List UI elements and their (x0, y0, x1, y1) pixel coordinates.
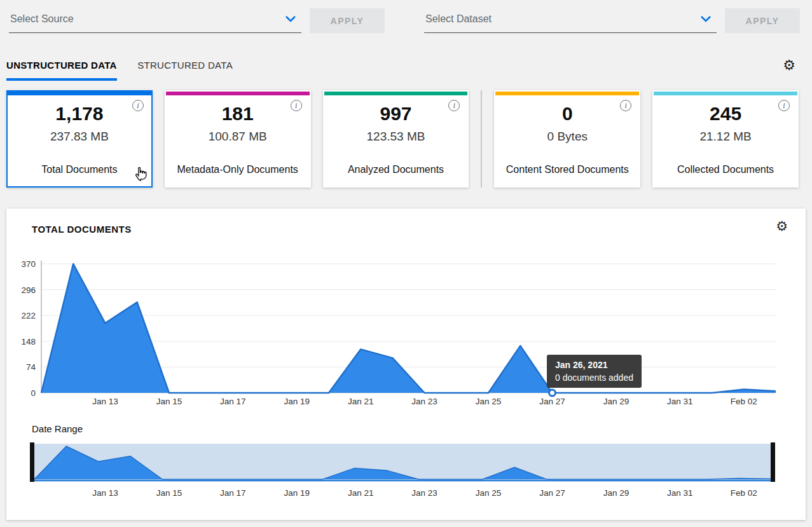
navigator-axis-label: Jan 25 (476, 488, 502, 498)
dataset-select-value: Select Dataset (425, 13, 492, 25)
x-axis-label: Feb 02 (731, 397, 757, 406)
card-count: 245 (710, 103, 741, 125)
card-label: Total Documents (41, 164, 117, 175)
stat-card-collected-documents[interactable]: i 245 21.12 MB Collected Documents (652, 90, 799, 188)
dataset-select[interactable]: Select Dataset (424, 10, 717, 33)
navigator-axis-label: Jan 19 (284, 488, 310, 498)
card-size: 100.87 MB (209, 130, 267, 144)
total-documents-panel: TOTAL DOCUMENTS ⚙ 074148222296370Jan 13J… (6, 209, 806, 520)
x-axis-label: Jan 17 (220, 397, 246, 406)
stat-card-total-documents[interactable]: i 1,178 237.83 MB Total Documents (6, 90, 153, 188)
card-label: Content Stored Documents (506, 164, 629, 175)
stat-card-content-stored-documents[interactable]: i 0 0 Bytes Content Stored Documents (494, 90, 640, 188)
navigator-axis-label: Jan 13 (92, 488, 118, 498)
info-icon[interactable]: i (448, 100, 460, 111)
dataset-apply-button[interactable]: APPLY (725, 8, 800, 33)
x-axis-label: Jan 27 (539, 397, 565, 406)
stat-cards-row: i 1,178 237.83 MB Total Documents i 181 … (6, 90, 799, 188)
navigator-axis-label: Jan 17 (220, 488, 246, 498)
source-select[interactable]: Select Source (9, 10, 301, 33)
y-axis-label: 74 (26, 362, 36, 372)
cursor-hand-icon (134, 165, 151, 182)
x-axis-label: Jan 19 (284, 397, 310, 406)
hover-marker (549, 390, 556, 396)
card-size: 21.12 MB (699, 130, 751, 144)
card-label: Analyzed Documents (348, 164, 444, 175)
info-icon[interactable]: i (291, 100, 302, 111)
tab-structured-data[interactable]: STRUCTURED DATA (137, 60, 233, 78)
x-axis-label: Jan 23 (411, 397, 437, 406)
card-accent-bar (166, 92, 310, 95)
card-count: 997 (380, 103, 411, 125)
source-apply-button[interactable]: APPLY (310, 8, 385, 33)
x-axis-label: Jan 25 (476, 397, 502, 406)
navigator-axis-label: Jan 15 (156, 488, 182, 498)
x-axis-label: Jan 29 (603, 397, 630, 406)
tabs-row: UNSTRUCTURED DATA STRUCTURED DATA ⚙ (6, 60, 806, 83)
card-label: Metadata-Only Documents (177, 164, 298, 175)
info-icon[interactable]: i (132, 100, 144, 111)
card-size: 237.83 MB (50, 130, 109, 144)
tooltip-date: Jan 26, 2021 (555, 360, 633, 370)
total-documents-area-chart[interactable]: 074148222296370Jan 13Jan 15Jan 17Jan 19J… (6, 256, 806, 412)
y-axis-label: 148 (21, 337, 36, 346)
area-series-fill (41, 264, 776, 393)
chart-settings-gear-icon[interactable]: ⚙ (776, 219, 788, 233)
card-accent-bar (324, 92, 468, 95)
y-axis-label: 296 (21, 285, 36, 295)
card-label: Collected Documents (677, 164, 774, 175)
navigator-axis-label: Jan 21 (348, 488, 374, 498)
cards-divider (481, 90, 482, 188)
panel-title: TOTAL DOCUMENTS (32, 224, 132, 235)
card-accent-bar (8, 92, 151, 95)
source-select-value: Select Source (10, 13, 74, 25)
card-size: 123.53 MB (367, 130, 425, 144)
x-axis-label: Jan 15 (156, 397, 182, 406)
y-axis-label: 370 (21, 259, 36, 269)
info-icon[interactable]: i (778, 100, 790, 111)
navigator-axis-label: Jan 23 (411, 488, 437, 498)
x-axis-label: Jan 13 (92, 397, 118, 406)
y-axis-label: 222 (21, 311, 36, 320)
stat-card-metadata-only-documents[interactable]: i 181 100.87 MB Metadata-Only Documents (165, 90, 311, 188)
navigator-axis-label: Jan 27 (539, 488, 565, 498)
x-axis-label: Jan 31 (667, 397, 693, 406)
card-accent-bar (654, 92, 797, 95)
navigator-handle-left[interactable] (30, 442, 34, 482)
gear-icon[interactable]: ⚙ (783, 58, 795, 72)
navigator-handle-right[interactable] (771, 442, 775, 482)
tooltip-value: 0 documents added (555, 373, 633, 383)
card-count: 181 (222, 103, 254, 125)
y-axis-label: 0 (31, 388, 36, 398)
date-range-navigator[interactable]: Jan 13Jan 15Jan 17Jan 19Jan 21Jan 23Jan … (6, 442, 806, 503)
navigator-axis-label: Jan 29 (603, 488, 630, 498)
stat-card-analyzed-documents[interactable]: i 997 123.53 MB Analyzed Documents (323, 90, 469, 188)
date-range-label: Date Range (32, 423, 83, 434)
chevron-down-icon (285, 15, 296, 22)
navigator-axis-label: Feb 02 (731, 488, 757, 498)
tab-unstructured-data[interactable]: UNSTRUCTURED DATA (6, 60, 117, 81)
card-count: 0 (562, 103, 573, 125)
info-icon[interactable]: i (620, 100, 631, 111)
chart-tooltip: Jan 26, 2021 0 documents added (547, 355, 642, 388)
navigator-axis-label: Jan 31 (667, 488, 693, 498)
card-accent-bar (495, 92, 639, 95)
card-count: 1,178 (55, 103, 103, 125)
chevron-down-icon (700, 15, 712, 22)
x-axis-label: Jan 21 (348, 397, 374, 406)
card-size: 0 Bytes (547, 130, 588, 144)
